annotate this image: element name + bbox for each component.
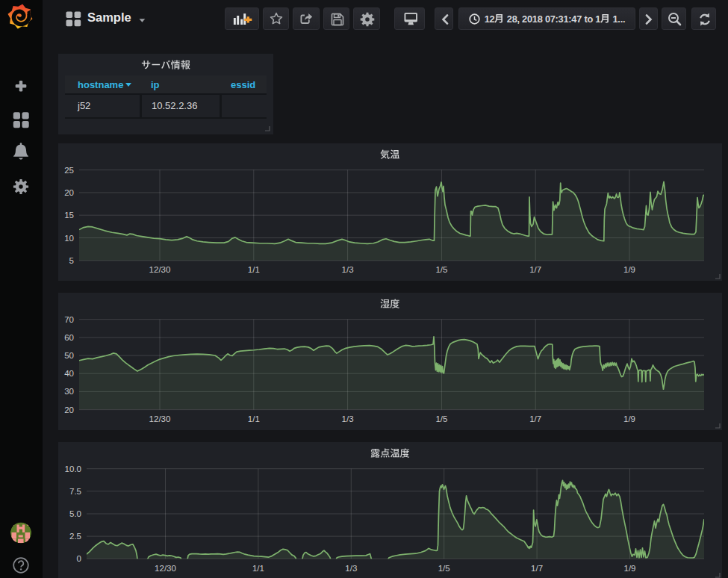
svg-text:30: 30 <box>64 387 74 396</box>
svg-text:50: 50 <box>64 351 74 360</box>
svg-text:1/9: 1/9 <box>623 414 635 423</box>
svg-text:1/5: 1/5 <box>438 564 450 573</box>
svg-text:1/7: 1/7 <box>531 564 543 573</box>
svg-text:25: 25 <box>64 166 74 175</box>
svg-text:15: 15 <box>64 211 74 220</box>
svg-text:12/30: 12/30 <box>155 564 176 573</box>
svg-text:1/3: 1/3 <box>345 564 357 573</box>
svg-text:20: 20 <box>64 405 74 414</box>
svg-text:0: 0 <box>77 554 81 563</box>
svg-text:12/30: 12/30 <box>149 414 171 423</box>
svg-text:7.5: 7.5 <box>69 487 81 496</box>
svg-text:10.0: 10.0 <box>65 464 81 473</box>
svg-text:1/1: 1/1 <box>252 564 264 573</box>
svg-text:1/1: 1/1 <box>248 265 260 274</box>
svg-text:10: 10 <box>64 234 74 243</box>
svg-text:2.5: 2.5 <box>69 532 81 541</box>
svg-text:1/5: 1/5 <box>435 265 447 274</box>
svg-text:5: 5 <box>69 256 74 265</box>
svg-text:1/1: 1/1 <box>248 414 260 423</box>
svg-text:1/9: 1/9 <box>623 265 635 274</box>
svg-text:12/30: 12/30 <box>149 265 171 274</box>
svg-text:1/9: 1/9 <box>624 564 636 573</box>
svg-text:1/3: 1/3 <box>342 265 354 274</box>
svg-text:20: 20 <box>64 188 74 197</box>
svg-text:70: 70 <box>64 315 74 324</box>
svg-text:1/7: 1/7 <box>529 265 541 274</box>
svg-text:1/3: 1/3 <box>342 414 354 423</box>
svg-text:1/5: 1/5 <box>435 414 447 423</box>
svg-text:5.0: 5.0 <box>69 509 81 518</box>
svg-text:60: 60 <box>64 333 74 342</box>
svg-text:40: 40 <box>64 369 74 378</box>
svg-text:1/7: 1/7 <box>529 414 541 423</box>
